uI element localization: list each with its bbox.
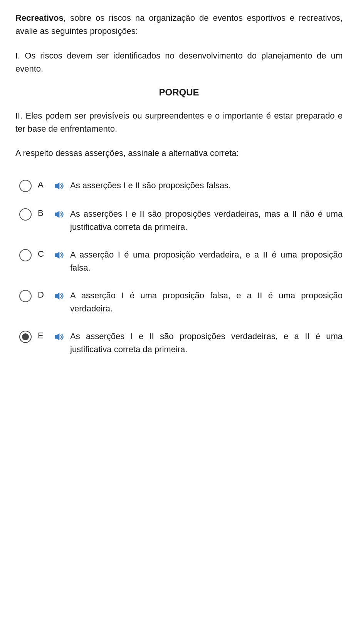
option-row-D: D A asserção I é uma proposição falsa, e… (19, 284, 343, 321)
option-row-A: A As asserções I e II são proposições fa… (19, 174, 343, 198)
option-letter-B: B (38, 208, 47, 218)
proposition-I-label: I. (15, 51, 20, 60)
porque-label: PORQUE (15, 87, 343, 98)
option-letter-E: E (38, 331, 47, 341)
svg-marker-4 (55, 333, 60, 341)
option-radio-B[interactable] (19, 208, 32, 221)
svg-marker-0 (55, 182, 60, 189)
assertion-prompt: A respeito dessas asserções, assinale a … (15, 147, 343, 160)
svg-marker-2 (55, 252, 60, 259)
option-text-D: A asserção I é uma proposição falsa, e a… (70, 289, 343, 315)
option-row-B: B As asserções I e II são proposições ve… (19, 202, 343, 239)
proposition-II-body: Eles podem ser previsíveis ou surpreende… (15, 111, 343, 134)
option-letter-D: D (38, 290, 47, 300)
option-radio-C[interactable] (19, 249, 32, 261)
option-letter-A: A (38, 180, 47, 190)
proposition-I: I. Os riscos devem ser identificados no … (15, 49, 343, 75)
option-text-C: A asserção I é uma proposição verdadeira… (70, 248, 343, 274)
proposition-II-label: II. (15, 111, 22, 120)
audio-icon-B[interactable] (53, 209, 64, 221)
proposition-II: II. Eles podem ser previsíveis ou surpre… (15, 109, 343, 135)
audio-icon-C[interactable] (53, 250, 64, 262)
option-radio-D[interactable] (19, 290, 32, 302)
options-list: A As asserções I e II são proposições fa… (15, 174, 343, 362)
option-letter-C: C (38, 249, 47, 259)
option-row-C: C A asserção I é uma proposição verdadei… (19, 243, 343, 280)
svg-marker-1 (55, 211, 60, 218)
option-radio-A[interactable] (19, 180, 32, 192)
option-text-E: As asserções I e II são proposições verd… (70, 330, 343, 356)
intro-bold: Recreativos (15, 13, 64, 23)
proposition-I-body: Os riscos devem ser identificados no des… (15, 51, 343, 74)
audio-icon-D[interactable] (53, 291, 64, 303)
svg-marker-3 (55, 293, 60, 300)
audio-icon-E[interactable] (53, 331, 64, 344)
option-row-E: E As asserções I e II são proposições ve… (19, 325, 343, 361)
option-text-B: As asserções I e II são proposições verd… (70, 207, 343, 234)
intro-rest: , sobre os riscos na organização de even… (15, 13, 343, 36)
audio-icon-A[interactable] (53, 181, 64, 193)
page-container: Recreativos, sobre os riscos na organiza… (0, 0, 358, 644)
option-radio-E[interactable] (19, 331, 32, 343)
intro-text: Recreativos, sobre os riscos na organiza… (15, 12, 343, 38)
option-text-A: As asserções I e II são proposições fals… (70, 179, 343, 192)
